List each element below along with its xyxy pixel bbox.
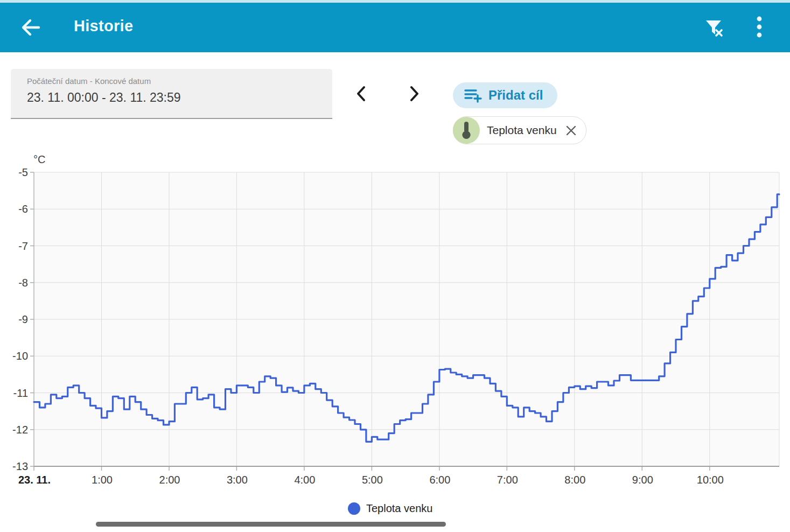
add-goal-label: Přidat cíl xyxy=(488,88,543,103)
y-tick-label: -5 xyxy=(18,166,28,178)
dots-vertical-icon xyxy=(756,15,763,39)
arrow-left-icon xyxy=(18,16,42,39)
page-title: Historie xyxy=(74,17,133,35)
close-icon xyxy=(565,125,577,136)
y-tick-label: -12 xyxy=(12,424,28,436)
filter-remove-icon xyxy=(702,16,725,39)
chart-legend: Teplota venku xyxy=(348,502,432,515)
x-tick-label: 7:00 xyxy=(497,474,518,486)
x-tick-label: 2:00 xyxy=(159,474,180,486)
horizontal-scrollbar[interactable] xyxy=(96,522,446,527)
date-range-field[interactable]: Počáteční datum - Koncové datum 23. 11. … xyxy=(11,69,332,119)
y-tick-label: -6 xyxy=(18,203,28,215)
back-button[interactable] xyxy=(17,15,43,40)
y-tick-label: -13 xyxy=(12,460,28,472)
sensor-chip-teplota-venku[interactable]: Teplota venku xyxy=(453,116,586,144)
add-goal-button[interactable]: Přidat cíl xyxy=(453,82,557,108)
x-tick-label: 4:00 xyxy=(294,474,315,486)
app-bar: Historie xyxy=(0,0,790,52)
x-tick-label: 9:00 xyxy=(632,474,653,486)
legend-marker xyxy=(348,502,360,515)
overflow-menu-button[interactable] xyxy=(746,14,772,40)
x-tick-label: 23. 11. xyxy=(18,474,51,486)
date-range-value: 23. 11. 00:00 - 23. 11. 23:59 xyxy=(27,90,181,105)
chip-remove-button[interactable] xyxy=(565,124,578,137)
y-tick-label: -7 xyxy=(18,240,28,252)
chevron-right-icon xyxy=(407,85,421,102)
x-tick-label: 3:00 xyxy=(227,474,248,486)
chip-label: Teplota venku xyxy=(487,124,557,137)
x-tick-label: 10:00 xyxy=(697,474,724,486)
y-tick-label: -10 xyxy=(12,350,28,362)
y-tick-label: -11 xyxy=(13,387,28,399)
next-period-button[interactable] xyxy=(401,81,427,107)
filter-clear-button[interactable] xyxy=(700,14,727,41)
x-tick-label: 1:00 xyxy=(92,474,113,486)
x-tick-label: 8:00 xyxy=(564,474,585,486)
legend-label: Teplota venku xyxy=(366,502,432,515)
date-range-label: Počáteční datum - Koncové datum xyxy=(27,76,151,86)
thermometer-icon xyxy=(453,117,480,144)
playlist-plus-icon xyxy=(464,88,482,103)
history-screen: -5-6-7-8-9-10-11-12-1323. 11.1:002:003:0… xyxy=(0,0,790,532)
x-tick-label: 5:00 xyxy=(362,474,383,486)
y-axis-unit-label: °C xyxy=(33,153,45,166)
y-tick-label: -9 xyxy=(18,313,28,325)
y-tick-label: -8 xyxy=(18,277,28,289)
chevron-left-icon xyxy=(354,85,368,102)
x-tick-label: 6:00 xyxy=(429,474,450,486)
status-bar-strip xyxy=(0,0,790,3)
previous-period-button[interactable] xyxy=(348,81,374,107)
